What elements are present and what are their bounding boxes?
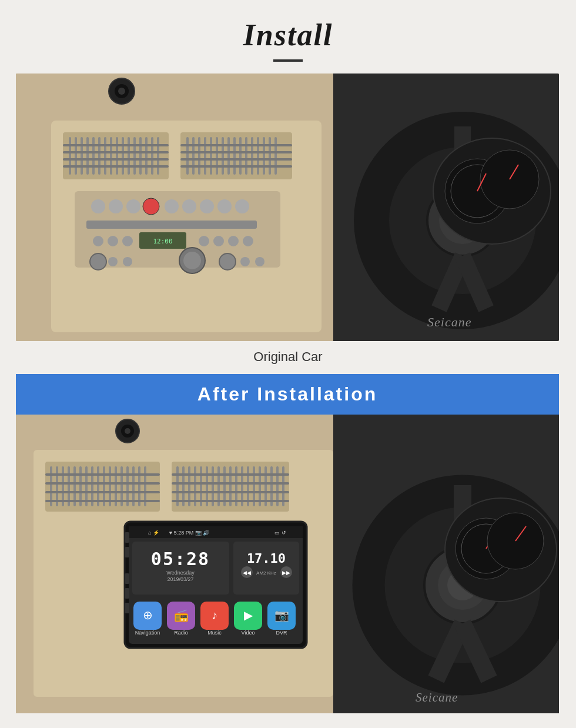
svg-point-71 (219, 253, 236, 270)
svg-text:⌂  ⚡: ⌂ ⚡ (148, 529, 160, 536)
svg-text:◀◀: ◀◀ (243, 570, 251, 576)
svg-point-49 (126, 199, 140, 213)
svg-rect-23 (63, 158, 169, 161)
svg-text:📻: 📻 (174, 608, 189, 622)
svg-rect-9 (92, 137, 95, 175)
page-container: Install (0, 0, 576, 713)
svg-rect-29 (204, 137, 206, 175)
svg-point-90 (118, 88, 125, 95)
svg-rect-16 (133, 137, 136, 175)
svg-rect-56 (86, 221, 257, 229)
svg-rect-13 (116, 137, 118, 175)
svg-rect-42 (180, 144, 292, 146)
svg-point-65 (243, 236, 253, 246)
svg-rect-191 (125, 588, 129, 599)
svg-point-64 (228, 236, 239, 246)
svg-point-58 (108, 236, 118, 246)
svg-point-62 (199, 236, 209, 246)
after-installation-banner: After Installation (16, 374, 559, 415)
svg-rect-8 (86, 137, 89, 175)
svg-rect-22 (63, 151, 169, 153)
svg-rect-40 (269, 137, 271, 175)
header-section: Install (0, 0, 576, 74)
svg-rect-11 (104, 137, 106, 175)
after-installation-title: After Installation (197, 383, 377, 405)
svg-rect-10 (98, 137, 101, 175)
svg-rect-31 (216, 137, 218, 175)
svg-rect-117 (45, 500, 160, 502)
svg-point-70 (183, 252, 201, 269)
svg-rect-39 (263, 137, 265, 175)
svg-rect-5 (69, 137, 71, 175)
svg-rect-114 (45, 473, 160, 476)
svg-point-50 (143, 198, 159, 215)
svg-text:2019/03/27: 2019/03/27 (167, 576, 193, 582)
svg-point-73 (255, 257, 264, 266)
after-installation-svg: ⌂ ⚡ ♥ 5:28 PM 📷 🔊 ▭ ↺ 05:28 Wednesday 20… (16, 415, 559, 713)
original-car-svg: 12:00 (16, 74, 559, 341)
svg-rect-7 (81, 137, 83, 175)
svg-point-52 (182, 199, 196, 213)
svg-rect-18 (145, 137, 148, 175)
svg-text:05:28: 05:28 (151, 549, 210, 569)
svg-rect-45 (180, 165, 292, 168)
svg-text:Seicane: Seicane (416, 690, 458, 704)
svg-text:Radio: Radio (174, 630, 188, 636)
svg-rect-141 (172, 500, 289, 502)
svg-rect-14 (122, 137, 124, 175)
svg-text:DVR: DVR (276, 630, 287, 636)
svg-point-66 (90, 253, 106, 270)
svg-text:♪: ♪ (212, 609, 217, 622)
svg-rect-190 (125, 573, 129, 584)
svg-text:▶: ▶ (244, 609, 253, 622)
svg-text:Seicane: Seicane (427, 315, 471, 329)
svg-point-47 (91, 199, 105, 213)
svg-rect-33 (227, 137, 230, 175)
svg-rect-36 (245, 137, 247, 175)
original-car-image: 12:00 (16, 74, 559, 341)
svg-rect-139 (172, 482, 289, 485)
svg-point-68 (123, 257, 132, 266)
svg-rect-44 (180, 158, 292, 161)
svg-rect-12 (110, 137, 112, 175)
svg-text:Video: Video (242, 630, 255, 636)
svg-text:♥ 5:28 PM  📷  🔊: ♥ 5:28 PM 📷 🔊 (169, 529, 210, 536)
svg-rect-19 (151, 137, 153, 175)
svg-point-195 (125, 428, 130, 434)
svg-text:📷: 📷 (274, 608, 289, 622)
svg-text:Wednesday: Wednesday (166, 570, 195, 576)
svg-rect-140 (172, 491, 289, 493)
svg-point-67 (108, 257, 118, 266)
svg-rect-20 (157, 137, 159, 175)
svg-rect-192 (125, 603, 129, 613)
original-car-label: Original Car (16, 341, 560, 374)
svg-rect-21 (63, 144, 169, 146)
svg-rect-30 (210, 137, 212, 175)
svg-rect-116 (45, 491, 160, 493)
svg-rect-189 (125, 547, 129, 557)
svg-rect-38 (257, 137, 259, 175)
title-divider (273, 59, 303, 62)
svg-text:AM2  KHz: AM2 KHz (256, 570, 276, 576)
svg-rect-35 (239, 137, 242, 175)
svg-rect-188 (125, 532, 129, 543)
svg-text:Navigation: Navigation (135, 630, 160, 636)
page-title: Install (12, 18, 564, 52)
svg-text:▶▶: ▶▶ (282, 570, 290, 576)
svg-rect-41 (274, 137, 277, 175)
svg-point-63 (213, 236, 224, 246)
svg-point-51 (165, 199, 179, 213)
svg-point-54 (217, 199, 232, 213)
svg-rect-24 (63, 165, 169, 168)
svg-rect-138 (172, 473, 289, 476)
svg-rect-37 (251, 137, 253, 175)
svg-point-48 (109, 199, 123, 213)
svg-rect-28 (198, 137, 200, 175)
svg-text:⊕: ⊕ (143, 609, 153, 622)
svg-rect-115 (45, 482, 160, 485)
svg-rect-34 (233, 137, 236, 175)
svg-point-59 (122, 236, 133, 246)
svg-text:▭ ↺: ▭ ↺ (274, 530, 286, 536)
svg-point-55 (235, 199, 249, 213)
svg-rect-6 (75, 137, 77, 175)
